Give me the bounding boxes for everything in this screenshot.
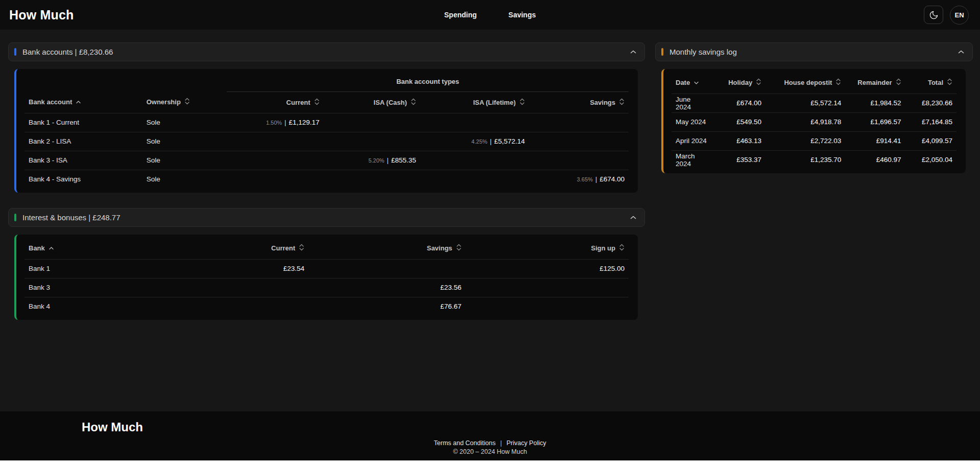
amount-value: £5,572.14 <box>494 137 525 145</box>
privacy-policy-link[interactable]: Privacy Policy <box>507 439 546 447</box>
column-header-current[interactable]: Current <box>182 238 308 259</box>
column-header-isa-cash[interactable]: ISA (Cash) <box>324 91 420 113</box>
theme-toggle-button[interactable] <box>924 6 943 24</box>
amount-value: £549.50 <box>736 118 761 126</box>
column-header-isa-lifetime[interactable]: ISA (Lifetime) <box>420 91 529 113</box>
amount-value: £460.97 <box>876 156 901 164</box>
table-row: Bank 1 £23.54 £125.00 <box>25 259 629 278</box>
sort-icon <box>619 98 625 107</box>
table-row: April 2024 £463.13 £2,722.03 £914.41 £4,… <box>672 131 957 150</box>
moon-icon <box>929 10 939 20</box>
column-label: Total <box>928 79 943 86</box>
nav-links: Spending Savings <box>444 0 536 30</box>
column-label: Bank <box>29 244 45 252</box>
nav-link-savings[interactable]: Savings <box>509 11 536 19</box>
isa-lifetime-cell: 4.25%|£5,572.14 <box>420 132 529 151</box>
monthly-savings-table: Date Holiday House depostit Remainder <box>672 72 957 169</box>
column-label: Sign up <box>591 244 615 252</box>
column-label: Date <box>676 79 690 86</box>
column-label: Current <box>271 244 295 252</box>
navbar: How Much Spending Savings EN <box>0 0 980 30</box>
column-header-house-deposit[interactable]: House depostit <box>766 72 845 94</box>
column-header-sign-up[interactable]: Sign up <box>466 238 629 259</box>
bank-account-cell: Bank 1 - Current <box>25 113 142 132</box>
isa-cash-cell <box>324 132 420 151</box>
amount-value: £1,984.52 <box>870 99 901 107</box>
ownership-cell: Sole <box>142 151 227 170</box>
amount-value: £76.67 <box>440 303 461 310</box>
savings-cell: £76.67 <box>308 297 466 316</box>
sort-icon <box>896 78 901 87</box>
savings-cell <box>529 113 629 132</box>
footer-links: Terms and Conditions | Privacy Policy <box>0 439 980 447</box>
pipe-separator: | <box>595 175 597 183</box>
nav-link-spending[interactable]: Spending <box>444 11 477 19</box>
total-cell: £4,099.57 <box>905 131 957 150</box>
amount-value: £23.56 <box>440 284 461 291</box>
group-header-spacer <box>25 72 227 91</box>
app-brand[interactable]: How Much <box>9 8 74 22</box>
chevron-up-icon <box>630 216 636 219</box>
interest-bonuses-panel: Interest & bonuses | £248.77 Bank <box>8 208 645 320</box>
column-label: Savings <box>427 244 452 252</box>
column-label: Ownership <box>147 98 181 106</box>
pipe-separator: | <box>284 119 286 126</box>
interest-bonuses-panel-header[interactable]: Interest & bonuses | £248.77 <box>8 208 645 227</box>
column-header-savings[interactable]: Savings <box>308 238 466 259</box>
current-cell <box>182 278 308 297</box>
footer-copyright: © 2020 – 2024 How Much <box>0 448 980 455</box>
isa-lifetime-cell <box>420 170 529 189</box>
amount-value: £125.00 <box>600 265 625 272</box>
ownership-cell: Sole <box>142 132 227 151</box>
bank-accounts-panel: Bank accounts | £8,230.66 Bank account t… <box>8 42 645 193</box>
column-label: ISA (Cash) <box>374 99 407 106</box>
holiday-cell: £463.13 <box>711 131 766 150</box>
column-header-ownership[interactable]: Ownership <box>142 91 227 113</box>
column-header-holiday[interactable]: Holiday <box>711 72 766 94</box>
terms-and-conditions-link[interactable]: Terms and Conditions <box>434 439 496 447</box>
amount-value: £1,129.17 <box>289 119 319 126</box>
isa-lifetime-cell <box>420 151 529 170</box>
amount-value: £463.13 <box>736 137 761 145</box>
total-cell: £7,164.85 <box>905 112 957 131</box>
column-header-current[interactable]: Current <box>227 91 323 113</box>
current-cell <box>182 297 308 316</box>
monthly-savings-panel-header[interactable]: Monthly savings log <box>655 42 973 61</box>
amount-value: £4,099.57 <box>922 137 952 145</box>
house-deposit-cell: £5,572.14 <box>766 94 845 112</box>
bank-accounts-panel-header[interactable]: Bank accounts | £8,230.66 <box>8 42 645 61</box>
holiday-cell: £674.00 <box>711 94 766 112</box>
column-header-savings[interactable]: Savings <box>529 91 629 113</box>
table-row: May 2024 £549.50 £4,918.78 £1,696.57 £7,… <box>672 112 957 131</box>
column-header-row: Bank account Ownership Current ISA (Cash… <box>25 91 629 113</box>
ownership-cell: Sole <box>142 113 227 132</box>
group-header-row: Bank account types <box>25 72 629 91</box>
interest-bonuses-panel-title: Interest & bonuses | £248.77 <box>22 213 121 222</box>
navbar-actions: EN <box>924 6 969 25</box>
sort-icon <box>756 78 761 87</box>
language-button[interactable]: EN <box>950 6 969 25</box>
amount-value: £2,722.03 <box>810 137 841 145</box>
monthly-savings-card: Date Holiday House depostit Remainder <box>661 69 966 173</box>
isa-cash-cell: 5.20%|£855.35 <box>324 151 420 170</box>
amount-value: £2,050.04 <box>922 156 952 164</box>
sort-icon <box>314 98 320 107</box>
monthly-savings-panel: Monthly savings log Date <box>655 42 973 173</box>
column-header-bank[interactable]: Bank <box>25 238 182 259</box>
date-cell: June 2024 <box>672 94 711 112</box>
savings-cell <box>308 259 466 278</box>
column-header-bank-account[interactable]: Bank account <box>25 91 142 113</box>
column-header-remainder[interactable]: Remainder <box>845 72 905 94</box>
amount-value: £674.00 <box>600 175 625 183</box>
sort-desc-icon <box>694 79 699 86</box>
date-cell: April 2024 <box>672 131 711 150</box>
monthly-savings-panel-title: Monthly savings log <box>670 48 737 56</box>
sign-up-cell: £125.00 <box>466 259 629 278</box>
total-cell: £2,050.04 <box>905 150 957 169</box>
column-header-date[interactable]: Date <box>672 72 711 94</box>
amount-value: £353.37 <box>736 156 761 164</box>
column-header-total[interactable]: Total <box>905 72 957 94</box>
accent-dash <box>14 214 16 221</box>
sort-icon <box>835 78 841 87</box>
amount-value: £23.54 <box>283 265 304 272</box>
